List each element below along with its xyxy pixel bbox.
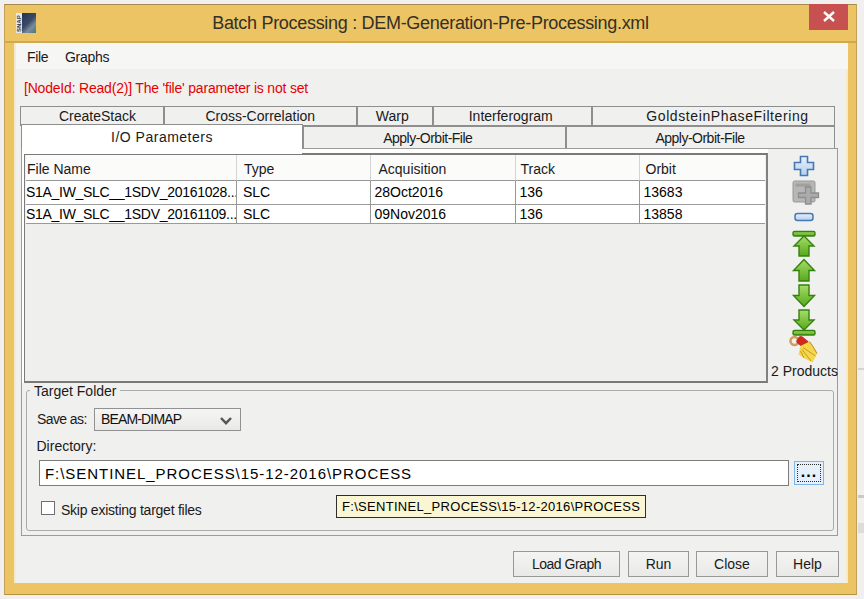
svg-text:SNAP: SNAP	[16, 15, 22, 32]
